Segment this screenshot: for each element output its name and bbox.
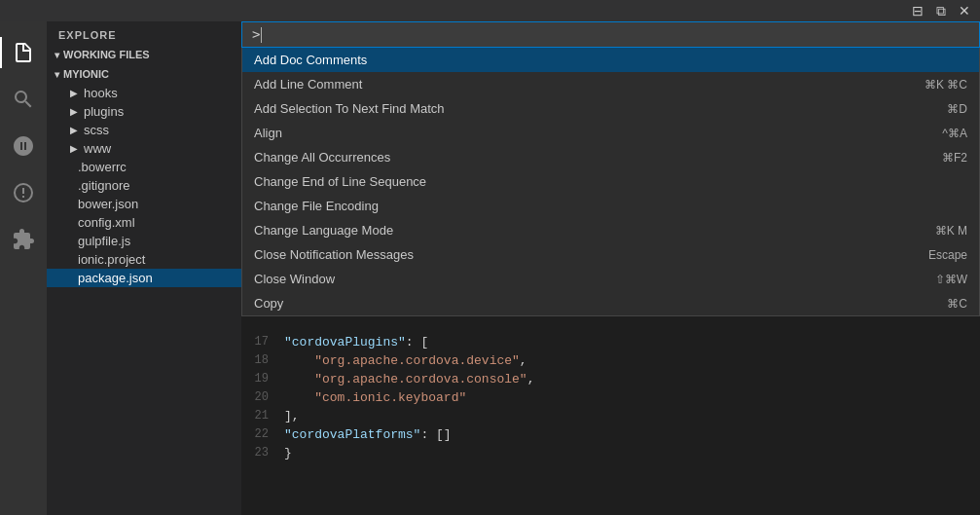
layout-icon[interactable]: ⊟ (910, 3, 926, 18)
folder-arrow: ▶ (70, 125, 78, 135)
command-item-shortcut: ⌘D (947, 102, 967, 116)
command-item-change-end-of-line-sequence[interactable]: Change End of Line Sequence (242, 169, 979, 194)
sidebar-item-label: .gitignore (78, 178, 129, 193)
sidebar-item-config-xml[interactable]: config.xml (47, 213, 241, 232)
files-activity-icon[interactable] (0, 29, 47, 76)
command-item-add-line-comment[interactable]: Add Line Comment⌘K ⌘C (242, 72, 979, 96)
sidebar-header: EXPLORE (47, 21, 241, 45)
command-item-label: Change End of Line Sequence (254, 174, 967, 189)
working-files-label: WORKING FILES (63, 49, 150, 60)
command-input-bar[interactable]: > (241, 21, 980, 48)
working-files-header[interactable]: ▾ WORKING FILES (47, 45, 241, 64)
title-bar: ⊟ ⧉ ✕ (0, 0, 980, 21)
command-item-shortcut: ⌘C (947, 297, 967, 311)
sidebar-item-label: gulpfile.js (78, 234, 130, 248)
sidebar-item-plugins[interactable]: ▶plugins (47, 102, 241, 121)
command-item-shortcut: ⌘K ⌘C (925, 78, 967, 92)
sidebar-item-label: package.json (78, 271, 153, 285)
working-files-arrow: ▾ (54, 50, 59, 60)
myionic-header[interactable]: ▾ MYIONIC (47, 64, 241, 84)
sidebar-item-label: www (84, 141, 111, 156)
command-item-label: Change All Occurrences (254, 150, 923, 165)
extensions-activity-icon[interactable] (0, 216, 47, 263)
command-item-label: Add Doc Comments (254, 53, 967, 67)
git-activity-icon[interactable] (0, 123, 47, 169)
myionic-arrow: ▾ (54, 69, 59, 80)
command-item-shortcut: ⌘K M (935, 224, 967, 238)
command-item-label: Add Line Comment (254, 77, 905, 92)
sidebar-item-label: ionic.project (78, 252, 145, 267)
sidebar-item-label: scss (84, 123, 109, 137)
search-activity-icon[interactable] (0, 76, 47, 123)
split-icon[interactable]: ⧉ (933, 3, 949, 18)
sidebar-item-label: bower.json (78, 197, 138, 211)
debug-activity-icon[interactable] (0, 169, 47, 216)
activity-bar (0, 21, 47, 515)
command-item-label: Align (254, 126, 923, 140)
sidebar-file-list: ▶hooks▶plugins▶scss▶www.bowerrc.gitignor… (47, 84, 241, 287)
sidebar-item--bowerrc[interactable]: .bowerrc (47, 158, 241, 176)
command-overlay: > Add Doc CommentsAdd Line Comment⌘K ⌘CA… (241, 21, 980, 515)
sidebar: EXPLORE ▾ WORKING FILES ▾ MYIONIC ▶hooks… (47, 21, 241, 515)
command-item-label: Add Selection To Next Find Match (254, 101, 927, 116)
command-item-label: Close Window (254, 272, 916, 286)
sidebar-item-ionic-project[interactable]: ionic.project (47, 250, 241, 269)
folder-arrow: ▶ (70, 143, 78, 154)
command-item-close-window[interactable]: Close Window⇧⌘W (242, 267, 979, 291)
command-dropdown: Add Doc CommentsAdd Line Comment⌘K ⌘CAdd… (241, 48, 980, 316)
sidebar-item-hooks[interactable]: ▶hooks (47, 84, 241, 102)
sidebar-item-label: config.xml (78, 215, 135, 230)
command-item-change-language-mode[interactable]: Change Language Mode⌘K M (242, 218, 979, 242)
command-item-shortcut: ⌘F2 (942, 151, 967, 165)
command-item-change-file-encoding[interactable]: Change File Encoding (242, 194, 979, 218)
main-layout: EXPLORE ▾ WORKING FILES ▾ MYIONIC ▶hooks… (0, 21, 980, 515)
sidebar-item-label: .bowerrc (78, 160, 127, 174)
command-item-label: Close Notification Messages (254, 247, 909, 262)
command-item-copy[interactable]: Copy⌘C (242, 291, 979, 315)
command-item-shortcut: ^⌘A (942, 127, 967, 140)
sidebar-item-gulpfile-js[interactable]: gulpfile.js (47, 232, 241, 250)
myionic-label: MYIONIC (63, 68, 109, 80)
close-icon[interactable]: ✕ (957, 3, 972, 18)
sidebar-item-bower-json[interactable]: bower.json (47, 195, 241, 213)
command-item-add-doc-comments[interactable]: Add Doc Comments (242, 48, 979, 72)
command-item-label: Change Language Mode (254, 223, 916, 238)
command-item-label: Copy (254, 296, 927, 311)
command-item-change-all-occurrences[interactable]: Change All Occurrences⌘F2 (242, 145, 979, 169)
sidebar-item-package-json[interactable]: package.json (47, 269, 241, 287)
command-item-shortcut: Escape (928, 248, 967, 262)
command-item-close-notification-messages[interactable]: Close Notification MessagesEscape (242, 242, 979, 267)
folder-arrow: ▶ (70, 88, 78, 98)
command-item-add-selection-to-next-find-match[interactable]: Add Selection To Next Find Match⌘D (242, 96, 979, 121)
command-input-text: > (252, 26, 969, 43)
sidebar-item-www[interactable]: ▶www (47, 139, 241, 158)
sidebar-item--gitignore[interactable]: .gitignore (47, 176, 241, 195)
command-item-label: Change File Encoding (254, 199, 967, 213)
folder-arrow: ▶ (70, 106, 78, 117)
sidebar-item-scss[interactable]: ▶scss (47, 121, 241, 139)
command-item-align[interactable]: Align^⌘A (242, 121, 979, 145)
editor-area: > Add Doc CommentsAdd Line Comment⌘K ⌘CA… (241, 21, 980, 515)
sidebar-item-label: plugins (84, 104, 124, 119)
sidebar-item-label: hooks (84, 86, 118, 100)
command-item-shortcut: ⇧⌘W (935, 273, 967, 286)
command-items-list: Add Doc CommentsAdd Line Comment⌘K ⌘CAdd… (242, 48, 979, 315)
